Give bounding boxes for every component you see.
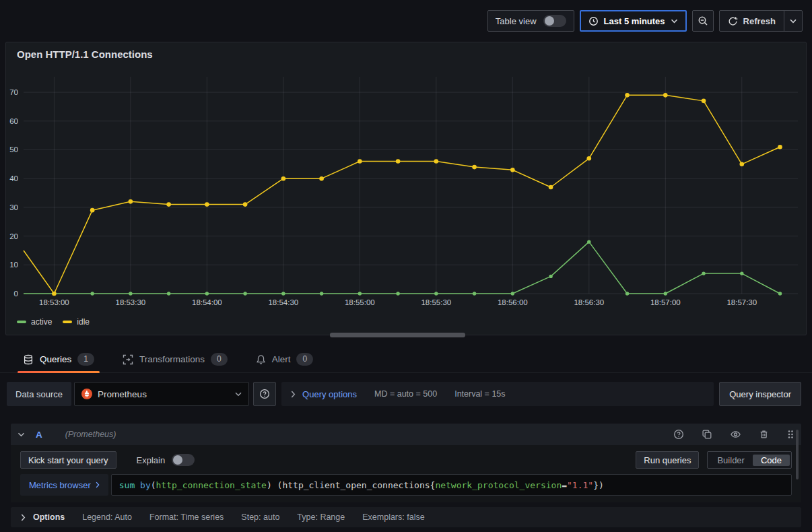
y-axis-tick: 20	[9, 232, 18, 240]
refresh-interval-dropdown[interactable]	[784, 11, 802, 31]
chevron-right-icon	[21, 514, 26, 521]
toggle-visibility-icon[interactable]	[730, 429, 741, 440]
tab-badge: 0	[296, 353, 313, 366]
datasource-help-button[interactable]	[253, 382, 276, 406]
chevron-right-icon	[291, 391, 296, 398]
table-view-group: Table view	[487, 10, 574, 32]
datasource-row: Data source Prometheus Query options MD …	[7, 382, 805, 406]
options-summary-item: Step: auto	[241, 512, 279, 522]
timeseries-chart[interactable]: 01020304050607018:53:0018:53:3018:54:001…	[7, 67, 807, 306]
drag-handle-icon[interactable]	[786, 429, 794, 440]
promql-token: sum	[119, 480, 140, 490]
promql-token: ) (http_client_open_connections{	[267, 480, 435, 490]
delete-query-icon[interactable]	[759, 429, 769, 440]
legend-swatch	[17, 321, 26, 323]
refresh-label: Refresh	[743, 16, 776, 26]
duplicate-query-icon[interactable]	[702, 429, 712, 440]
options-summary-item: Format: Time series	[149, 512, 224, 522]
datasource-label: Data source	[7, 382, 71, 406]
tab-queries[interactable]: Queries 1	[20, 346, 97, 373]
builder-code-toggle: Builder Code	[707, 451, 792, 469]
x-axis-tick: 18:54:30	[268, 298, 298, 306]
y-axis-tick: 70	[9, 88, 18, 96]
refresh-icon	[728, 16, 738, 26]
x-axis-tick: 18:56:30	[574, 298, 604, 306]
y-axis-tick: 60	[9, 117, 18, 125]
tab-label: Alert	[272, 354, 291, 364]
options-label: Options	[33, 512, 65, 522]
editor-tabbar: Queries 1 Transformations 0 Alert 0	[0, 335, 812, 373]
vertical-scrollbar[interactable]	[796, 430, 799, 479]
table-view-label: Table view	[496, 16, 537, 26]
explain-toggle[interactable]	[172, 454, 195, 466]
top-toolbar: Table view Last 5 minutes Refresh	[0, 0, 812, 42]
legend-item-active[interactable]: active	[17, 317, 52, 327]
promql-token: network_protocol_version	[435, 480, 562, 490]
code-option[interactable]: Code	[753, 455, 790, 466]
chevron-right-icon	[96, 481, 100, 488]
tab-transformations[interactable]: Transformations 0	[120, 346, 230, 373]
table-view-toggle[interactable]	[543, 15, 566, 27]
collapse-chevron-icon[interactable]	[18, 432, 25, 437]
prometheus-icon	[81, 389, 92, 399]
tab-badge: 1	[77, 353, 94, 366]
promql-token: by	[140, 480, 151, 490]
x-axis-tick: 18:53:30	[115, 298, 145, 306]
toggle-knob	[173, 455, 182, 465]
kick-start-query-button[interactable]: Kick start your query	[20, 451, 116, 469]
query-options-link[interactable]: Query options	[302, 389, 357, 399]
promql-expression-input[interactable]: sum by(http_connection_state) (http_clie…	[111, 474, 792, 496]
query-options-bar[interactable]: Query options MD = auto = 500 Interval =…	[281, 382, 714, 406]
y-axis-tick: 40	[9, 174, 18, 182]
x-axis-tick: 18:55:30	[421, 298, 451, 306]
y-axis-tick: 0	[14, 290, 18, 298]
metrics-row: Metrics browser sum by(http_connection_s…	[20, 474, 792, 496]
datasource-picker[interactable]: Prometheus	[74, 382, 249, 406]
refresh-split-button: Refresh	[719, 10, 803, 32]
query-options-summary: Options Legend: AutoFormat: Time seriesS…	[11, 507, 801, 527]
x-axis-tick: 18:55:00	[345, 298, 375, 306]
interval-text: Interval = 15s	[454, 389, 505, 399]
zoom-out-time-button[interactable]	[692, 10, 714, 32]
max-data-points-text: MD = auto = 500	[374, 389, 437, 399]
run-queries-button[interactable]: Run queries	[636, 451, 699, 469]
x-axis-tick: 18:53:00	[39, 298, 69, 306]
database-icon	[23, 354, 34, 365]
options-items: Legend: AutoFormat: Time seriesStep: aut…	[82, 512, 424, 522]
legend-item-idle[interactable]: idle	[63, 317, 90, 327]
query-toolbar: Kick start your query Explain Run querie…	[20, 451, 792, 469]
chevron-down-icon	[671, 19, 678, 24]
promql-token: http_connection_state	[156, 480, 267, 490]
legend-swatch	[63, 321, 72, 323]
zoom-out-icon	[698, 15, 708, 26]
promql-token: "1.1"	[567, 480, 593, 490]
horizontal-scrollbar[interactable]	[330, 333, 465, 337]
panel-title: Open HTTP/1.1 Connections	[17, 48, 153, 60]
options-expander[interactable]: Options	[21, 512, 65, 522]
timeseries-panel: Open HTTP/1.1 Connections 01020304050607…	[5, 42, 807, 335]
x-axis-tick: 18:54:00	[192, 298, 222, 306]
grafana-panel-editor: Table view Last 5 minutes Refresh	[0, 0, 812, 532]
metrics-browser-button[interactable]: Metrics browser	[20, 474, 108, 496]
time-range-picker[interactable]: Last 5 minutes	[580, 10, 687, 32]
builder-option[interactable]: Builder	[709, 455, 752, 466]
x-axis-tick: 18:56:00	[498, 298, 528, 306]
query-datasource-hint: (Prometheus)	[65, 430, 116, 439]
chart-legend: activeidle	[17, 317, 90, 327]
promql-token: (	[151, 480, 156, 490]
tab-label: Transformations	[139, 354, 205, 364]
tab-alert[interactable]: Alert 0	[253, 346, 316, 373]
explain-label: Explain	[137, 455, 166, 465]
query-inspector-button[interactable]: Query inspector	[719, 382, 801, 406]
query-header[interactable]: A (Prometheus)	[11, 424, 801, 445]
y-axis-tick: 10	[9, 261, 18, 269]
options-summary-item: Exemplars: false	[362, 512, 424, 522]
metrics-browser-label: Metrics browser	[29, 480, 91, 490]
promql-token: })	[593, 480, 604, 490]
clock-icon	[588, 16, 599, 26]
query-help-icon[interactable]	[673, 429, 684, 440]
bell-icon	[256, 354, 266, 365]
time-range-label: Last 5 minutes	[604, 16, 665, 26]
legend-label: idle	[77, 317, 90, 327]
refresh-button[interactable]: Refresh	[720, 11, 784, 31]
